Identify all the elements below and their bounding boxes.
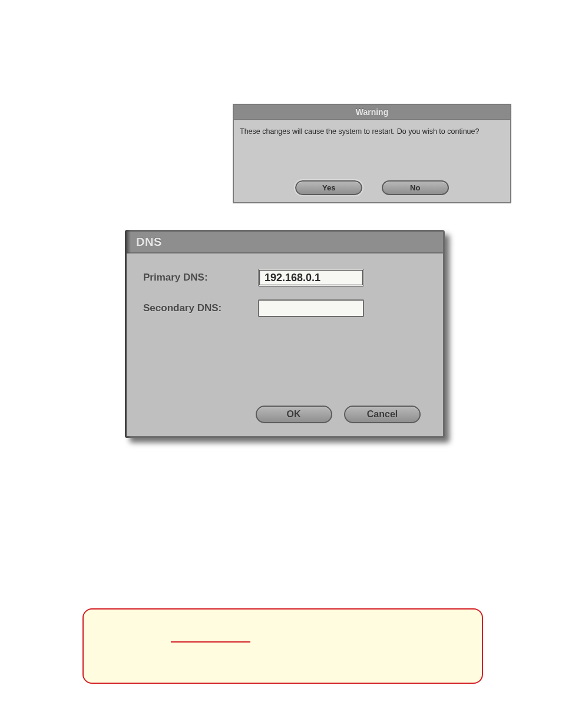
secondary-dns-label: Secondary DNS: [143,302,258,314]
secondary-dns-input[interactable] [258,299,364,317]
warning-dialog-body: These changes will cause the system to r… [234,120,510,202]
note-underline [171,641,250,643]
dns-dialog-title: DNS [127,232,443,253]
yes-button[interactable]: Yes [295,180,362,195]
secondary-dns-row: Secondary DNS: [143,299,427,317]
dns-dialog-body: Primary DNS: Secondary DNS: OK Cancel [127,253,443,436]
document-page: Warning These changes will cause the sys… [0,0,562,728]
dns-dialog-button-row: OK Cancel [251,406,425,423]
ok-button[interactable]: OK [256,406,332,423]
dns-dialog: DNS Primary DNS: Secondary DNS: OK Cance… [125,230,445,438]
warning-dialog-title: Warning [234,105,510,120]
primary-dns-input[interactable] [258,269,364,286]
no-button[interactable]: No [382,180,449,195]
warning-message: These changes will cause the system to r… [240,127,504,136]
warning-dialog: Warning These changes will cause the sys… [233,104,511,203]
warning-dialog-button-row: Yes No [234,180,510,195]
primary-dns-row: Primary DNS: [143,269,427,286]
cancel-button[interactable]: Cancel [344,406,421,423]
primary-dns-label: Primary DNS: [143,272,258,284]
note-box [82,608,483,684]
